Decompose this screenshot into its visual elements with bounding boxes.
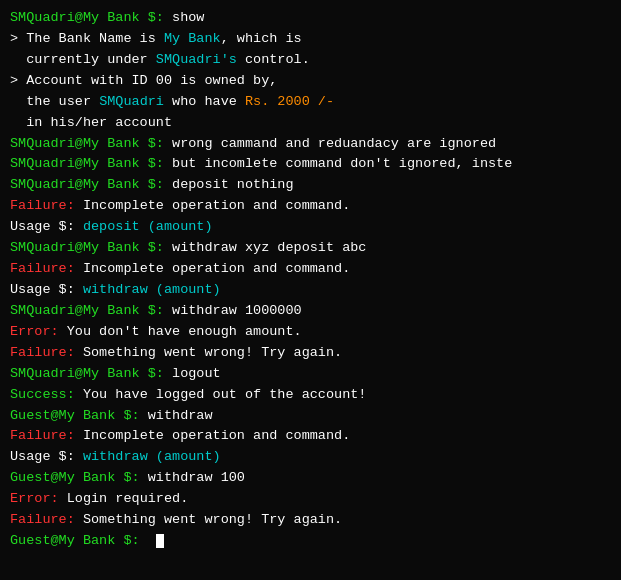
terminal-text: withdraw (amount) [83,282,221,297]
terminal-text: SMQuadri@My Bank $: [10,136,172,151]
terminal-text: Usage $: [10,282,83,297]
terminal-line: Failure: Incomplete operation and comman… [10,426,611,447]
terminal-text: Failure: [10,512,83,527]
terminal-text: Guest@My Bank $: [10,408,148,423]
terminal-line: SMQuadri@My Bank $: deposit nothing [10,175,611,196]
terminal-line: Guest@My Bank $: [10,531,611,552]
terminal-line: SMQuadri@My Bank $: wrong cammand and re… [10,134,611,155]
terminal-line: SMQuadri@My Bank $: show [10,8,611,29]
terminal-text: Success: [10,387,83,402]
terminal-text: Something went wrong! Try again. [83,345,342,360]
terminal-text: SMQuadri@My Bank $: [10,10,172,25]
terminal-text: Failure: [10,198,83,213]
terminal-text: You don't have enough amount. [67,324,302,339]
terminal-line: SMQuadri@My Bank $: withdraw 1000000 [10,301,611,322]
terminal-text: deposit nothing [172,177,294,192]
terminal-line: Guest@My Bank $: withdraw 100 [10,468,611,489]
terminal-line: in his/her account [10,113,611,134]
terminal-line: currently under SMQuadri's control. [10,50,611,71]
terminal-line: Error: You don't have enough amount. [10,322,611,343]
terminal-text: Usage $: [10,219,83,234]
terminal-text: Usage $: [10,449,83,464]
terminal-text: but incomlete command don't ignored, ins… [172,156,512,171]
terminal-text [148,533,156,548]
terminal-text: Failure: [10,345,83,360]
terminal-text: SMQuadri@My Bank $: [10,366,172,381]
terminal-text: SMQuadri's [156,52,237,67]
terminal-text: Failure: [10,261,83,276]
terminal-text: control. [237,52,310,67]
terminal-text: SMQuadri@My Bank $: [10,156,172,171]
terminal-line: SMQuadri@My Bank $: logout [10,364,611,385]
terminal-line: Error: Login required. [10,489,611,510]
terminal-line: Usage $: withdraw (amount) [10,447,611,468]
terminal-text: the user [10,94,99,109]
terminal-line: Failure: Incomplete operation and comman… [10,196,611,217]
terminal-text: withdraw [148,408,213,423]
terminal-window[interactable]: SMQuadri@My Bank $: show> The Bank Name … [10,8,611,572]
terminal-text: Failure: [10,428,83,443]
terminal-line: SMQuadri@My Bank $: but incomlete comman… [10,154,611,175]
terminal-text: deposit (amount) [83,219,213,234]
terminal-line: > Account with ID 00 is owned by, [10,71,611,92]
terminal-line: Usage $: withdraw (amount) [10,280,611,301]
terminal-line: Guest@My Bank $: withdraw [10,406,611,427]
terminal-line: SMQuadri@My Bank $: withdraw xyz deposit… [10,238,611,259]
terminal-text: You have logged out of the account! [83,387,367,402]
terminal-text: SMQuadri [99,94,164,109]
terminal-text: Error: [10,324,67,339]
terminal-line: Failure: Incomplete operation and comman… [10,259,611,280]
terminal-text: SMQuadri@My Bank $: [10,177,172,192]
terminal-line: Usage $: deposit (amount) [10,217,611,238]
terminal-text: Something went wrong! Try again. [83,512,342,527]
terminal-text: in his/her account [10,115,172,130]
terminal-text: withdraw xyz deposit abc [172,240,366,255]
terminal-text: , which is [221,31,302,46]
terminal-line: the user SMQuadri who have Rs. 2000 /- [10,92,611,113]
terminal-text: withdraw 1000000 [172,303,302,318]
terminal-text: Login required. [67,491,189,506]
terminal-text: wrong cammand and reduandacy are ignored [172,136,496,151]
terminal-text: > Account with ID 00 is owned by, [10,73,277,88]
terminal-text: Incomplete operation and command. [83,261,350,276]
terminal-line: Failure: Something went wrong! Try again… [10,510,611,531]
terminal-text: withdraw 100 [148,470,245,485]
terminal-text: Error: [10,491,67,506]
terminal-line: Success: You have logged out of the acco… [10,385,611,406]
terminal-text: who have [164,94,245,109]
terminal-text: show [172,10,204,25]
terminal-text: currently under [10,52,156,67]
terminal-line: > The Bank Name is My Bank, which is [10,29,611,50]
terminal-text: withdraw (amount) [83,449,221,464]
terminal-text: Guest@My Bank $: [10,533,148,548]
cursor [156,534,164,548]
terminal-text: My Bank [164,31,221,46]
terminal-text: SMQuadri@My Bank $: [10,303,172,318]
terminal-line: Failure: Something went wrong! Try again… [10,343,611,364]
terminal-text: logout [172,366,221,381]
terminal-text: Rs. 2000 /- [245,94,334,109]
terminal-text: Guest@My Bank $: [10,470,148,485]
terminal-text: > The Bank Name is [10,31,164,46]
terminal-text: Incomplete operation and command. [83,198,350,213]
terminal-text: Incomplete operation and command. [83,428,350,443]
terminal-text: SMQuadri@My Bank $: [10,240,172,255]
